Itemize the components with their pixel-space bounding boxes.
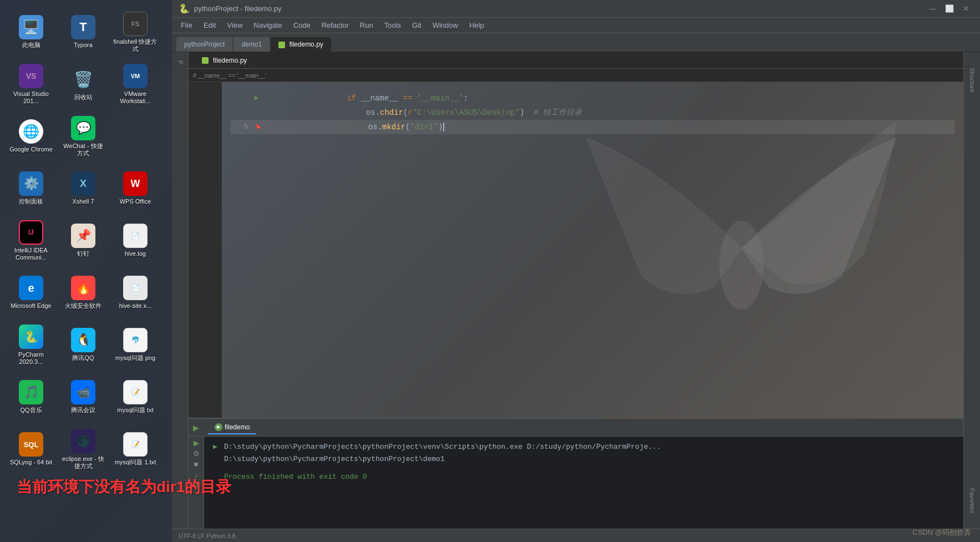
menu-window[interactable]: Window (428, 19, 463, 32)
qq-label: 腾讯QQ (72, 354, 94, 362)
run-action-rerun[interactable]: ▶ (194, 439, 199, 447)
file-icon (202, 57, 209, 64)
pc-icon: 🖥️ (19, 15, 43, 39)
desktop-icon-hive[interactable]: 📄 hive.log (111, 216, 160, 265)
idea-icon: IJ (19, 220, 43, 245)
desktop-icon-tencent[interactable]: 📹 腾讯会议 (59, 373, 108, 422)
menu-git[interactable]: Git (408, 19, 426, 32)
nail-label: 钉钉 (77, 250, 89, 257)
desktop-icon-typora[interactable]: T Typora (59, 8, 108, 57)
mysql2-label: mysql问题 txt (117, 407, 153, 414)
desktop: 🖥️ 此电脑 T Typora FS finalshell 快捷方式 VS Vi… (0, 0, 980, 542)
run-panel-header: ▶ ▶ filedemo (189, 419, 963, 437)
minimize-button[interactable]: — (925, 4, 941, 13)
tab-pythonproject-label: pythonProject (184, 40, 225, 48)
editor-file-tab-label: filedemo.py (213, 57, 247, 64)
menu-edit[interactable]: Edit (199, 19, 220, 32)
desktop-icon-eclipse[interactable]: 🌑 eclipse.exe - 快捷方式 (59, 425, 108, 474)
desktop-icon-recycle[interactable]: 🗑️ 回收站 (59, 60, 108, 109)
desktop-icon-chrome[interactable]: 🌐 Google Chrome (7, 112, 55, 161)
vs-icon: VS (19, 64, 43, 88)
desktop-icon-control[interactable]: ⚙️ 控制面板 (7, 164, 55, 213)
desktop-icon-vs[interactable]: VS Visual Studio 201... (7, 60, 55, 109)
editor-file-tab-bar: filedemo.py (189, 52, 963, 69)
run-output-line3: Process finished with exit code 0 (213, 471, 954, 483)
desktop-icon-fire[interactable]: 🔥 火绒安全软件 (59, 269, 108, 317)
run-output: ▶ D:\study\python\PycharmProjects\python… (204, 437, 963, 529)
desktop-icon-xshell[interactable]: X Xshell 7 (59, 164, 108, 213)
status-bar: UTF-8 LF Python 3.8 (172, 529, 980, 542)
nail-icon: 📌 (71, 224, 95, 248)
desktop-icon-idea[interactable]: IJ IntelliJ IDEA Communi... (7, 216, 55, 265)
code-editor[interactable]: ▶ if __name__ == '__main__': os.chdir(r"… (222, 82, 963, 418)
mysql-label: mysql问题 png (115, 354, 155, 362)
taskbar-left: 🖥️ 此电脑 T Typora FS finalshell 快捷方式 VS Vi… (0, 0, 172, 542)
close-button[interactable]: ✕ (958, 4, 973, 13)
tab-demo1[interactable]: demo1 (233, 37, 270, 52)
python-file-icon (278, 42, 285, 48)
menu-refactor[interactable]: Refactor (317, 19, 353, 32)
desktop-icon-msedge[interactable]: e Microsoft Edge (7, 269, 55, 317)
favorites-tab[interactable]: Favorites (969, 488, 976, 513)
run-tab-label: filedemo (225, 423, 250, 431)
project-panel-icon[interactable]: P (174, 57, 186, 69)
typora-icon: T (71, 15, 95, 39)
run-panel: ▶ ▶ filedemo ▶ ⚙ ■ ↓ (189, 418, 963, 529)
run-rerun-icon[interactable]: ▶ (193, 423, 199, 432)
menu-navigate[interactable]: Navigate (249, 19, 286, 32)
control-icon: ⚙️ (19, 171, 43, 196)
run-action-stop[interactable]: ■ (194, 460, 199, 468)
recycle-icon: 🗑️ (71, 67, 95, 92)
structure-tab[interactable]: Structure (969, 68, 976, 93)
qqmusic-icon: 🎵 (19, 380, 43, 404)
mysql2-icon: 📝 (123, 380, 148, 404)
left-panel: P (172, 52, 189, 529)
hivesite-label: hive-site.x... (119, 302, 152, 310)
desktop-icon-qqmusic[interactable]: 🎵 QQ音乐 (7, 373, 55, 422)
desktop-icon-nail[interactable]: 📌 钉钉 (59, 216, 108, 265)
run-action-config[interactable]: ⚙ (193, 449, 200, 458)
menu-help[interactable]: Help (465, 19, 489, 32)
tab-filedemo[interactable]: filedemo.py (271, 37, 331, 52)
mysql-icon: 🐬 (123, 328, 148, 352)
chrome-icon: 🌐 (19, 119, 43, 144)
code-line-mkdir: 5 🔖 os.mkdir("dir1") (231, 120, 954, 134)
run-arrow-gutter[interactable]: ▶ (255, 90, 258, 106)
desktop-icon-wps[interactable]: W WPS Office (111, 164, 160, 213)
tencent-icon: 📹 (71, 380, 95, 404)
menu-view[interactable]: View (222, 19, 247, 32)
status-text: UTF-8 LF Python 3.8 (179, 533, 236, 539)
fire-label: 火绒安全软件 (65, 302, 101, 310)
vmware-label: VMware Workstati... (113, 90, 158, 105)
mysql3-label: mysql问题 1.txt (115, 459, 156, 466)
tab-pythonproject[interactable]: pythonProject (176, 37, 232, 52)
desktop-icon-mysql2[interactable]: 📝 mysql问题 txt (111, 373, 160, 422)
wechat-label: WeChat - 快捷方式 (61, 143, 105, 157)
menu-code[interactable]: Code (289, 19, 315, 32)
desktop-icon-pc[interactable]: 🖥️ 此电脑 (7, 8, 55, 57)
control-label: 控制面板 (19, 198, 43, 205)
wechat-icon: 💬 (71, 116, 95, 140)
menu-tools[interactable]: Tools (380, 19, 405, 32)
desktop-icon-sqlrog[interactable]: SQL SQLyog - 64 bit (7, 425, 55, 474)
mysql3-icon: 📝 (123, 432, 148, 457)
finalshell-icon: FS (123, 12, 148, 36)
desktop-icon-mysql3[interactable]: 📝 mysql问题 1.txt (111, 425, 160, 474)
desktop-icon-finalshell[interactable]: FS finalshell 快捷方式 (111, 8, 160, 57)
chrome-label: Google Chrome (9, 146, 53, 153)
menu-file[interactable]: File (176, 19, 197, 32)
run-tab-filedemo[interactable]: ▶ filedemo (208, 421, 256, 434)
desktop-icon-vmware[interactable]: VM VMware Workstati... (111, 60, 160, 109)
desktop-icon-wechat[interactable]: 💬 WeChat - 快捷方式 (59, 112, 108, 161)
fire-icon: 🔥 (71, 276, 95, 300)
desktop-icon-qq[interactable]: 🐧 腾讯QQ (59, 321, 108, 369)
desktop-icon-pycharm[interactable]: 🐍 PyCharm 2020.3... (7, 321, 55, 369)
desktop-icon-hivesite[interactable]: 📄 hive-site.x... (111, 269, 160, 317)
run-process-text: Process finished with exit code 0 (224, 471, 367, 483)
menu-run[interactable]: Run (356, 19, 378, 32)
editor-file-tab-filedemo[interactable]: filedemo.py (195, 54, 253, 67)
maximize-button[interactable]: ⬜ (941, 4, 958, 13)
qq-icon: 🐧 (71, 328, 95, 352)
hive-label: hive.log (125, 250, 146, 257)
desktop-icon-mysql[interactable]: 🐬 mysql问题 png (111, 321, 160, 369)
